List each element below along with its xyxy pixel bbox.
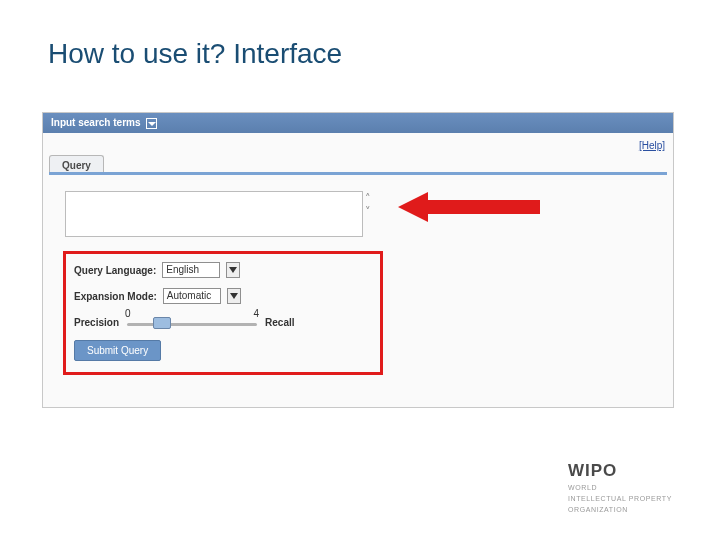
textarea-resize-arrows[interactable]: ˄ ˅: [365, 193, 379, 216]
expansion-mode-label: Expansion Mode:: [74, 291, 157, 302]
chevron-down-icon: [230, 293, 238, 299]
highlighted-controls: Query Language: English Expansion Mode: …: [63, 251, 383, 375]
precision-recall-slider[interactable]: 0 4: [127, 314, 257, 330]
footer-logo: WIPO WORLD INTELLECTUAL PROPERTY ORGANIZ…: [568, 461, 672, 514]
precision-recall-row: Precision 0 4 Recall: [74, 314, 372, 330]
help-link[interactable]: [Help]: [639, 140, 665, 151]
recall-label: Recall: [265, 317, 294, 328]
slider-track-line: [127, 323, 257, 326]
brand-name: WIPO: [568, 461, 672, 481]
brand-subtitle-1: WORLD: [568, 483, 672, 492]
panel-header-label: Input search terms: [51, 113, 140, 133]
query-language-select[interactable]: English: [162, 262, 220, 278]
expansion-mode-dropdown-button[interactable]: [227, 288, 241, 304]
chevron-up-icon: ˄: [365, 193, 379, 203]
slider-min-value: 0: [125, 308, 131, 319]
chevron-down-icon: [229, 267, 237, 273]
precision-label: Precision: [74, 317, 119, 328]
query-language-row: Query Language: English: [74, 262, 372, 278]
tab-underline: [49, 172, 667, 175]
expansion-mode-row: Expansion Mode: Automatic: [74, 288, 372, 304]
interface-screenshot: Input search terms [Help] Query ˄ ˅ Quer…: [42, 112, 674, 408]
expansion-mode-select[interactable]: Automatic: [163, 288, 221, 304]
query-language-dropdown-button[interactable]: [226, 262, 240, 278]
slide-title: How to use it? Interface: [48, 38, 342, 70]
expand-icon[interactable]: [146, 118, 157, 129]
query-input[interactable]: [65, 191, 363, 237]
brand-subtitle-2: INTELLECTUAL PROPERTY: [568, 494, 672, 503]
panel-header: Input search terms: [43, 113, 673, 133]
submit-query-button[interactable]: Submit Query: [74, 340, 161, 361]
query-language-label: Query Language:: [74, 265, 156, 276]
slider-thumb[interactable]: [153, 317, 171, 329]
brand-subtitle-3: ORGANIZATION: [568, 505, 672, 514]
chevron-down-icon: ˅: [365, 206, 379, 216]
slider-max-value: 4: [253, 308, 259, 319]
